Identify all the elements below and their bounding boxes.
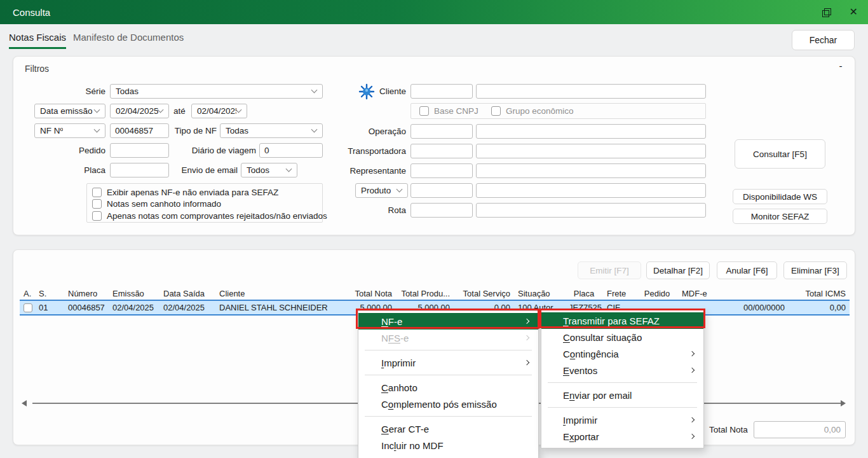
col-total-produto[interactable]: Total Produ... — [396, 287, 454, 300]
col-emissao[interactable]: Emissão — [109, 287, 159, 300]
cliente-nome-input[interactable] — [476, 84, 706, 99]
representante-nome-input[interactable] — [476, 163, 706, 178]
cell-serie[interactable]: 01 — [35, 300, 64, 315]
nf-selector-combo[interactable]: NF Nº — [34, 123, 105, 138]
filters-title: Filtros — [25, 64, 49, 74]
checkbox-icon[interactable] — [92, 188, 102, 197]
col-mdfe[interactable]: MDF-e — [678, 287, 789, 300]
cell-cliente[interactable]: DANIEL STAHL SCHNEIDER — [215, 300, 347, 315]
total-nota-input[interactable] — [754, 421, 846, 438]
scroll-left-icon[interactable] — [22, 400, 27, 406]
cliente-icon[interactable] — [358, 83, 375, 100]
col-placa[interactable]: Placa — [565, 287, 603, 300]
col-cliente[interactable]: Cliente — [215, 287, 347, 300]
rota-codigo-input[interactable] — [410, 203, 473, 218]
menu-item-nfe[interactable]: NF-e — [358, 313, 538, 330]
periodo-selector-combo[interactable]: Data emissão — [34, 104, 105, 118]
eliminar-button[interactable]: Eliminar [F3] — [783, 261, 847, 279]
transportadora-codigo-input[interactable] — [410, 144, 473, 158]
emitir-button[interactable]: Emitir [F7] — [578, 261, 641, 279]
menu-item-canhoto[interactable]: Canhoto — [358, 379, 538, 396]
menu-item-gerar-cte[interactable]: Gerar CT-e — [358, 420, 538, 437]
pedido-input[interactable] — [110, 143, 169, 158]
col-serie[interactable]: S. — [35, 287, 64, 300]
tab-notas-fiscais[interactable]: Notas Fiscais — [9, 32, 66, 49]
monitor-sefaz-button[interactable]: Monitor SEFAZ — [733, 209, 827, 224]
checkbox-icon[interactable] — [92, 199, 102, 209]
collapse-filters-button[interactable]: - — [835, 60, 846, 71]
menu-item-imprimir[interactable]: Imprimir — [358, 354, 538, 371]
col-situacao[interactable]: Situação — [514, 287, 565, 300]
checkbox-sem-canhoto[interactable]: Notas sem canhoto informado — [92, 199, 322, 209]
produto-selector-combo[interactable]: Produto — [355, 183, 408, 198]
representante-codigo-input[interactable] — [410, 163, 473, 178]
checkbox-icon[interactable] — [419, 106, 429, 116]
checkbox-nfe-nao-enviada[interactable]: Exibir apenas NF-e não enviada para SEFA… — [92, 188, 322, 197]
consultar-button[interactable]: Consultar [F5] — [735, 139, 825, 169]
consulta-window: Consulta ✕ Notas Fiscais Manifesto de Do… — [0, 0, 868, 458]
tipo-nf-combo[interactable]: Todas — [220, 123, 323, 138]
scroll-right-icon[interactable] — [841, 400, 846, 406]
submenu-item-contingencia[interactable]: Contingência — [541, 345, 703, 362]
fechar-button[interactable]: Fechar — [792, 30, 855, 50]
envio-email-combo[interactable]: Todos — [241, 163, 297, 177]
checkbox-comprovantes-rejeitados[interactable]: Apenas notas com comprovantes rejeitados… — [92, 211, 322, 221]
operacao-nome-input[interactable] — [476, 124, 706, 139]
col-data-saida[interactable]: Data Saída — [159, 287, 215, 300]
menu-item-complemento-pos-emissao[interactable]: Complemento pós emissão — [358, 396, 538, 412]
checkbox-base-cnpj[interactable]: Base CNPJ — [419, 106, 478, 116]
transportadora-nome-input[interactable] — [476, 144, 706, 158]
checkbox-icon[interactable] — [491, 106, 501, 116]
data-emissao-de-combo[interactable]: 02/04/2025 — [110, 104, 169, 118]
cliente-codigo-input[interactable] — [410, 84, 473, 99]
context-menu: NF-e NFS-e Imprimir Canhoto Complemento … — [358, 310, 539, 458]
cell-numero[interactable]: 00046857 — [64, 300, 109, 315]
submenu-item-enviar-por-email[interactable]: Enviar por email — [541, 387, 703, 403]
submenu-item-consultar-situacao[interactable]: Consultar situação — [541, 329, 703, 345]
restore-icon[interactable] — [822, 8, 831, 17]
col-total-icms[interactable]: Total ICMS — [789, 287, 850, 300]
close-icon[interactable]: ✕ — [850, 7, 858, 17]
data-emissao-ate-combo[interactable]: 02/04/2025 — [191, 104, 247, 118]
submenu-arrow-icon — [689, 368, 695, 373]
menu-item-incluir-no-mdf[interactable]: Incluir no MDF — [358, 437, 538, 454]
col-total-nota[interactable]: Total Nota — [347, 287, 396, 300]
submenu-item-exportar[interactable]: Exportar — [541, 428, 703, 445]
diario-viagem-label: Diário de viagem — [180, 143, 256, 158]
col-frete[interactable]: Frete — [603, 287, 636, 300]
cliente-checkbox-group: Base CNPJ Grupo econômico — [410, 103, 706, 119]
nf-numero-input[interactable] — [110, 123, 169, 138]
col-pedido[interactable]: Pedido — [636, 287, 678, 300]
serie-label: Série — [64, 84, 105, 99]
cell-emissao[interactable]: 02/04/2025 — [109, 300, 159, 315]
checkbox-icon[interactable] — [92, 211, 102, 221]
submenu-arrow-icon — [524, 319, 529, 324]
anular-button[interactable]: Anular [F6] — [717, 261, 777, 279]
placa-input[interactable] — [110, 163, 169, 177]
pedido-label: Pedido — [64, 143, 105, 158]
operacao-codigo-input[interactable] — [410, 124, 473, 139]
submenu-item-transmitir-sefaz[interactable]: Transmitir para SEFAZ — [541, 312, 703, 329]
col-numero[interactable]: Número — [64, 287, 109, 300]
envio-email-label: Envio de email — [174, 163, 238, 177]
submenu-arrow-icon — [689, 417, 695, 422]
cell-data-saida[interactable]: 02/04/2025 — [159, 300, 215, 315]
detalhar-button[interactable]: Detalhar [F2] — [646, 261, 710, 279]
rota-nome-input[interactable] — [476, 203, 706, 218]
filters-panel: Filtros - Série Todas Data emissão 02/04… — [13, 56, 855, 235]
checkbox-grupo-economico[interactable]: Grupo econômico — [491, 106, 574, 116]
produto-codigo-input[interactable] — [410, 183, 473, 198]
menu-item-nfse[interactable]: NFS-e — [358, 330, 538, 346]
produto-nome-input[interactable] — [476, 183, 706, 198]
serie-combo[interactable]: Todas — [110, 84, 323, 99]
cell-total-icms[interactable]: 0,00 — [789, 300, 850, 315]
disponibilidade-ws-button[interactable]: Disponibilidade WS — [733, 189, 827, 204]
col-total-servico[interactable]: Total Serviço — [454, 287, 514, 300]
tab-manifesto-documentos[interactable]: Manifesto de Documentos — [73, 32, 184, 47]
menu-separator — [548, 382, 697, 383]
submenu-item-eventos[interactable]: Eventos — [541, 362, 703, 378]
row-checkbox[interactable] — [24, 303, 32, 312]
diario-viagem-input[interactable] — [259, 143, 323, 158]
submenu-item-imprimir[interactable]: Imprimir — [541, 412, 703, 428]
col-marcar[interactable]: A. — [20, 287, 35, 300]
